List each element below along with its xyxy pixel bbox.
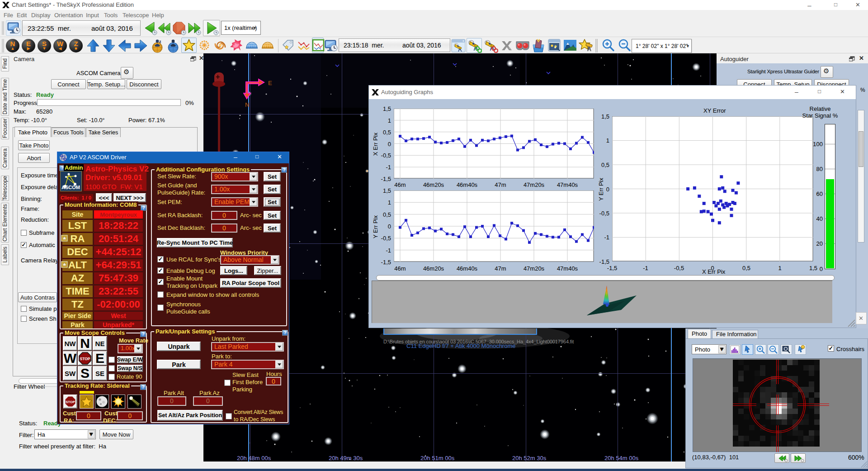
svg-text:z: z bbox=[159, 39, 161, 44]
svg-text:STOP: STOP bbox=[80, 357, 90, 361]
svg-text:P: P bbox=[175, 39, 178, 44]
svg-text:STOP: STOP bbox=[66, 400, 75, 404]
